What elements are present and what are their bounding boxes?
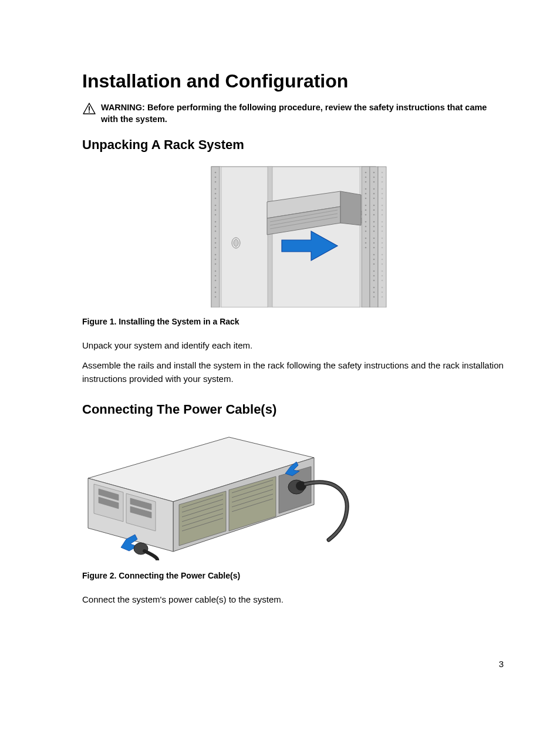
svg-point-89 [381,263,383,265]
svg-point-77 [381,197,383,199]
svg-rect-6 [360,167,362,307]
svg-point-34 [365,176,366,178]
svg-rect-5 [362,167,370,307]
svg-point-79 [381,209,383,211]
svg-point-66 [373,270,375,272]
body-para-3: Connect the system's power cable(s) to t… [82,593,504,607]
svg-point-15 [214,204,216,206]
svg-point-83 [381,230,383,232]
svg-point-35 [365,181,366,182]
svg-point-33 [365,171,366,173]
section-heading-power: Connecting The Power Cable(s) [82,402,504,417]
rack-install-illustration [176,161,411,307]
warning-text: WARNING: Before performing the following… [101,102,504,126]
svg-point-72 [381,171,383,173]
svg-point-63 [373,253,375,255]
svg-point-43 [365,225,366,227]
svg-point-67 [373,275,375,276]
page-title: Installation and Configuration [82,70,504,92]
svg-point-81 [381,221,383,222]
svg-point-22 [214,242,216,244]
svg-point-86 [381,246,383,248]
svg-point-90 [381,270,383,272]
svg-point-91 [381,275,383,276]
svg-point-82 [381,225,383,227]
figure-2-caption: Figure 2. Connecting the Power Cable(s) [82,571,504,580]
svg-point-60 [373,237,375,239]
svg-point-12 [214,188,216,190]
svg-point-51 [373,188,375,190]
svg-point-39 [365,204,366,206]
svg-rect-7 [370,167,378,307]
svg-point-42 [365,221,366,222]
svg-point-68 [373,279,375,281]
svg-point-78 [381,204,383,206]
svg-point-94 [381,291,383,293]
svg-point-19 [214,225,216,227]
svg-point-49 [373,176,375,178]
svg-point-46 [365,242,366,244]
svg-point-30 [214,286,216,288]
svg-point-41 [365,214,366,215]
svg-point-70 [373,291,375,293]
svg-point-37 [365,192,366,194]
svg-point-93 [381,286,383,288]
svg-rect-3 [211,167,220,307]
svg-rect-4 [220,167,221,307]
warning-triangle-icon [82,102,96,115]
svg-point-44 [365,230,366,232]
svg-point-31 [214,291,216,293]
warning-block: WARNING: Before performing the following… [82,102,504,126]
page-number: 3 [499,659,504,669]
svg-point-47 [365,246,366,248]
svg-point-28 [214,275,216,276]
svg-point-26 [214,263,216,265]
svg-point-10 [214,176,216,178]
svg-point-21 [214,237,216,239]
svg-point-29 [214,279,216,281]
svg-point-71 [373,296,375,297]
svg-point-57 [373,221,375,222]
svg-point-1 [89,111,90,113]
svg-rect-2 [211,167,376,307]
svg-point-69 [373,286,375,288]
svg-point-16 [214,209,216,211]
svg-point-92 [381,279,383,281]
svg-point-58 [373,225,375,227]
svg-point-64 [373,258,375,260]
svg-point-88 [381,258,383,260]
svg-point-87 [381,253,383,255]
svg-rect-96 [268,167,272,307]
svg-point-80 [381,214,383,215]
figure-1-container [82,161,504,310]
figure-2-container [82,425,504,563]
svg-point-13 [214,192,216,194]
svg-rect-8 [378,167,386,307]
svg-marker-101 [340,191,361,225]
svg-point-11 [214,181,216,182]
svg-point-20 [214,230,216,232]
body-para-2: Assemble the rails and install the syste… [82,359,504,385]
svg-point-95 [381,296,383,297]
svg-point-73 [381,176,383,178]
svg-point-52 [373,192,375,194]
svg-point-106 [234,239,238,246]
svg-point-54 [373,204,375,206]
svg-point-55 [373,209,375,211]
svg-point-50 [373,181,375,182]
svg-point-9 [214,171,216,173]
svg-point-74 [381,181,383,182]
figure-1-caption: Figure 1. Installing the System in a Rac… [82,317,504,326]
body-para-1: Unpack your system and identify each ite… [82,339,504,353]
power-cable-illustration [82,425,352,560]
svg-point-17 [214,214,216,215]
svg-point-59 [373,230,375,232]
svg-point-27 [214,270,216,272]
svg-point-36 [365,188,366,190]
svg-point-24 [214,253,216,255]
svg-point-62 [373,246,375,248]
svg-point-75 [381,188,383,190]
svg-point-23 [214,246,216,248]
svg-point-65 [373,263,375,265]
svg-point-84 [381,237,383,239]
